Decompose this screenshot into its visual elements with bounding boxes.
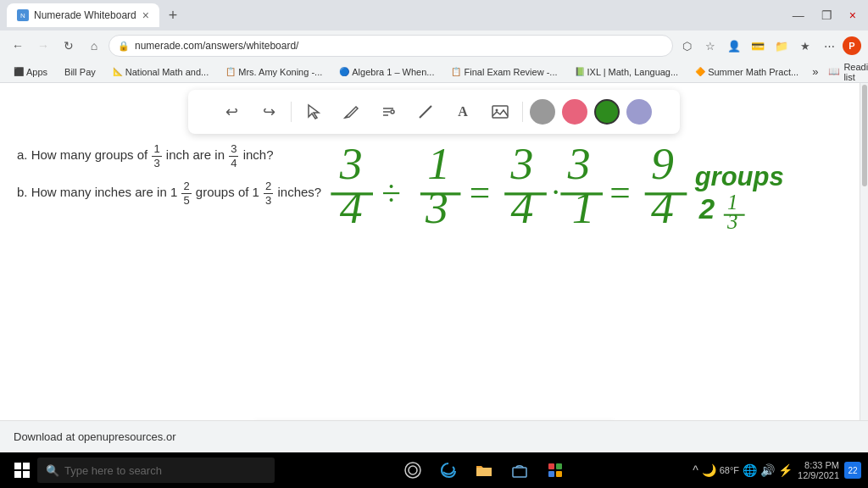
svg-text:3: 3	[726, 210, 737, 233]
bookmarks-overflow[interactable]: »	[812, 65, 818, 78]
redo-button[interactable]: ↪	[253, 97, 284, 127]
clock-date: 12/9/2021	[798, 470, 839, 480]
tab-close-button[interactable]: ×	[142, 9, 149, 21]
color-pink[interactable]	[562, 99, 587, 125]
lock-icon: 🔒	[118, 41, 130, 52]
scrollbar-thumb[interactable]	[862, 85, 867, 186]
battery-icon[interactable]: ⚡	[778, 463, 793, 477]
taskbar-file-explorer[interactable]	[469, 455, 499, 485]
svg-rect-31	[23, 471, 30, 478]
system-clock[interactable]: 8:33 PM 12/9/2021	[798, 460, 839, 480]
fraction-3-4: 3 4	[229, 142, 238, 169]
amy-koning-icon: 📋	[225, 67, 236, 76]
bookmark-algebra[interactable]: 🔵 Algebra 1 – When...	[336, 65, 437, 79]
back-button[interactable]: ←	[7, 35, 29, 57]
favorites-icon[interactable]: ★	[795, 36, 815, 56]
undo-button[interactable]: ↩	[216, 97, 247, 127]
svg-rect-29	[23, 463, 30, 469]
tools-button[interactable]	[373, 97, 403, 127]
svg-rect-37	[556, 463, 562, 469]
tab-bar-controls: — ❐ ×	[787, 7, 861, 24]
toolbar-divider-1	[291, 102, 292, 122]
svg-rect-34	[476, 468, 492, 476]
network-icon[interactable]: 🌐	[743, 463, 757, 477]
bookmark-amy-koning[interactable]: 📋 Mrs. Amy Koning -...	[222, 65, 326, 79]
profile-button[interactable]: P	[843, 36, 861, 55]
system-tray: ^ 🌙 68°F 🌐 🔊 ⚡	[693, 463, 793, 477]
bookmarks-bar: ⬛ Apps Bill Pay 📐 National Math and... 📋…	[0, 61, 868, 83]
image-tool[interactable]	[485, 97, 515, 127]
home-button[interactable]: ⌂	[83, 35, 105, 57]
forward-button[interactable]: →	[32, 35, 54, 57]
bookmark-final-exam[interactable]: 📋 Final Exam Review -...	[448, 65, 560, 79]
extensions-icon[interactable]: ⬡	[676, 36, 697, 56]
svg-line-1	[420, 106, 431, 118]
account-icon[interactable]: 👤	[724, 36, 744, 56]
nav-bar: ← → ↻ ⌂ 🔒 numerade.com/answers/whiteboar…	[0, 30, 868, 61]
address-bar[interactable]: 🔒 numerade.com/answers/whiteboard/	[108, 35, 673, 57]
problem-b: b. How many inches are in 1 2 5 groups o…	[17, 180, 851, 207]
wallet-icon[interactable]: 💳	[748, 36, 768, 56]
taskbar-left: 🔍 Type here to search	[0, 455, 281, 485]
weather-temp: 68°F	[720, 465, 739, 475]
select-tool[interactable]	[298, 97, 329, 127]
caret-icon[interactable]: ^	[693, 463, 698, 477]
text-tool[interactable]: A	[448, 97, 478, 127]
bookmark-apps[interactable]: ⬛ Apps	[10, 65, 51, 79]
close-button[interactable]: ×	[844, 7, 861, 24]
browser-chrome: N Numerade Whiteboard × + — ❐ × ← → ↻ ⌂ …	[0, 0, 868, 83]
tab-title: Numerade Whiteboard	[34, 9, 137, 21]
collections-icon[interactable]: 📁	[771, 36, 792, 56]
svg-point-33	[409, 466, 417, 474]
bookmark-national-math[interactable]: 📐 National Math and...	[109, 65, 212, 79]
problem-a: a. How many groups of 1 3 inch are in 3 …	[17, 142, 851, 169]
final-exam-icon: 📋	[451, 67, 461, 76]
taskbar-edge[interactable]	[433, 455, 464, 485]
svg-rect-39	[556, 471, 562, 477]
color-green[interactable]	[594, 99, 620, 125]
clock-time: 8:33 PM	[804, 460, 839, 470]
ixl-icon: 📗	[575, 67, 585, 76]
pencil-tool[interactable]	[336, 97, 366, 127]
svg-rect-38	[548, 471, 554, 477]
search-icon: 🔍	[46, 464, 59, 477]
svg-rect-30	[14, 471, 21, 478]
fraction-2-5: 2 5	[181, 180, 191, 207]
bookmark-icon[interactable]: ☆	[700, 36, 721, 56]
fraction-1-3: 1 3	[152, 142, 161, 169]
weather-icon[interactable]: 🌙	[702, 463, 716, 477]
speaker-icon[interactable]: 🔊	[760, 463, 775, 477]
refresh-button[interactable]: ↻	[58, 35, 80, 57]
download-banner: Download at openupresources.or	[0, 420, 868, 452]
windows-start-button[interactable]	[7, 455, 37, 485]
browser-menu[interactable]: ⋯	[819, 36, 839, 56]
notification-button[interactable]: 22	[844, 462, 861, 479]
bookmark-summer-math[interactable]: 🔶 Summer Math Pract...	[692, 65, 802, 79]
svg-point-32	[405, 463, 420, 478]
taskbar-cortana[interactable]	[398, 455, 428, 485]
bookmark-ixl[interactable]: 📗 IXL | Math, Languag...	[571, 65, 682, 79]
taskbar-right: ^ 🌙 68°F 🌐 🔊 ⚡ 8:33 PM 12/9/2021 22	[686, 460, 868, 480]
svg-point-0	[391, 110, 394, 114]
tab-favicon: N	[17, 9, 29, 21]
nav-actions: ⬡ ☆ 👤 💳 📁 ★ ⋯ P	[676, 36, 861, 56]
algebra-icon: 🔵	[339, 67, 349, 76]
whiteboard-toolbar: ↩ ↪ A	[188, 90, 680, 134]
color-lavender[interactable]	[626, 99, 652, 125]
line-tool[interactable]	[410, 97, 441, 127]
color-gray[interactable]	[530, 99, 555, 125]
taskbar-pinned-app[interactable]	[540, 455, 570, 485]
reading-list[interactable]: 📖 Reading list	[828, 62, 868, 82]
taskbar-search[interactable]: 🔍 Type here to search	[37, 458, 275, 483]
taskbar: 🔍 Type here to search ^ 🌙 68°F 🌐 🔊 ⚡	[0, 452, 868, 488]
bookmark-bill-pay[interactable]: Bill Pay	[61, 65, 99, 79]
search-placeholder: Type here to search	[64, 464, 162, 477]
reading-list-icon: 📖	[828, 66, 840, 77]
active-tab[interactable]: N Numerade Whiteboard ×	[7, 3, 159, 27]
svg-rect-28	[14, 463, 21, 469]
taskbar-store[interactable]	[504, 455, 535, 485]
apps-grid-icon: ⬛	[14, 67, 24, 76]
restore-button[interactable]: ❐	[816, 7, 837, 24]
new-tab-button[interactable]: +	[163, 5, 183, 25]
minimize-button[interactable]: —	[787, 7, 810, 24]
